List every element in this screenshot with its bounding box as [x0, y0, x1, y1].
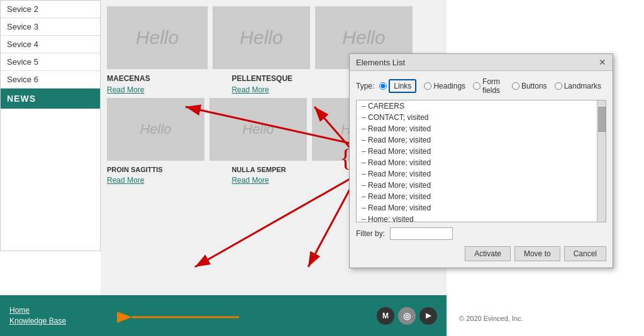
section-title-nulla: NULLA SEMPER: [231, 166, 351, 173]
filter-label: Filter by:: [356, 229, 385, 238]
hero-image-2: Hello: [213, 6, 310, 69]
sidebar-item-sevice4[interactable]: Sevice 4: [1, 36, 100, 53]
type-radio-form-fields[interactable]: [473, 82, 480, 90]
type-option-headings[interactable]: Headings: [424, 82, 465, 90]
sidebar-item-sevice3[interactable]: Sevice 3: [1, 18, 100, 36]
dialog-buttons: Activate Move to Cancel: [356, 246, 606, 261]
cancel-button[interactable]: Cancel: [564, 246, 606, 261]
type-selector-row: Type: Links Headings Form fields Buttons…: [356, 77, 606, 95]
read-more-maecenas[interactable]: Read More: [107, 85, 144, 94]
filter-input[interactable]: [390, 227, 453, 240]
list-item-rm8[interactable]: Read More; visited: [357, 202, 606, 214]
dialog-body: Type: Links Headings Form fields Buttons…: [350, 71, 613, 268]
type-radio-headings[interactable]: [424, 82, 431, 90]
globe-icon[interactable]: ◎: [398, 307, 416, 325]
scrollbar-thumb[interactable]: [598, 107, 606, 132]
sidebar-news-label: NEWS: [1, 89, 100, 109]
type-option-buttons[interactable]: Buttons: [512, 82, 547, 90]
type-label: Type:: [356, 82, 374, 90]
read-more-pellentesque[interactable]: Read More: [231, 85, 269, 94]
medium-icon[interactable]: M: [377, 307, 394, 325]
list-item-rm5[interactable]: Read More; visited: [357, 168, 606, 180]
dialog-title: Elements List: [356, 58, 405, 67]
type-buttons-label: Buttons: [521, 82, 547, 90]
section-title-pellentesque: PELLENTESQUE: [231, 74, 351, 83]
filter-row: Filter by:: [356, 227, 606, 240]
footer: Home Knowledge Base M ◎ ▶: [0, 295, 447, 336]
type-option-landmarks[interactable]: Landmarks: [555, 82, 601, 90]
type-form-fields-label: Form fields: [482, 77, 504, 95]
type-links-label: Links: [389, 79, 416, 93]
list-item-rm2[interactable]: Read More; visited: [357, 134, 606, 146]
dialog-close-button[interactable]: ✕: [599, 57, 606, 67]
sidebar-item-sevice2[interactable]: Sevice 2: [1, 1, 100, 18]
type-landmarks-label: Landmarks: [564, 82, 601, 90]
news-image-1: Hello: [107, 98, 204, 161]
sidebar-item-sevice6[interactable]: Sevice 6: [1, 71, 100, 89]
youtube-icon[interactable]: ▶: [419, 307, 437, 325]
list-item-rm7[interactable]: Read More; visited: [357, 191, 606, 202]
elements-list[interactable]: CAREERS CONTACT; visited Read More; visi…: [356, 100, 606, 222]
list-scrollbar[interactable]: [597, 100, 606, 222]
sidebar-item-sevice5[interactable]: Sevice 5: [1, 53, 100, 71]
list-item-rm6[interactable]: Read More; visited: [357, 180, 606, 191]
content-block-proin: PROIN SAGITTIS Read More: [107, 166, 226, 185]
dialog-titlebar: Elements List ✕: [350, 54, 613, 71]
footer-links: Home Knowledge Base: [9, 306, 66, 325]
content-block-nulla: NULLA SEMPER Read More: [231, 166, 351, 185]
section-title-maecenas: MAECENAS: [107, 74, 226, 83]
footer-link-home[interactable]: Home: [9, 306, 66, 315]
footer-link-knowledge-base[interactable]: Knowledge Base: [9, 317, 66, 325]
list-item-contact[interactable]: CONTACT; visited: [357, 112, 606, 123]
activate-button[interactable]: Activate: [465, 246, 511, 261]
elements-list-dialog: Elements List ✕ Type: Links Headings For…: [349, 53, 613, 268]
hero-image-1: Hello: [107, 6, 208, 69]
content-block-pellentesque: PELLENTESQUE Read More: [231, 74, 351, 94]
copyright: © 2020 Evinced, Inc.: [459, 315, 523, 322]
content-block-maecenas: MAECENAS Read More: [107, 74, 226, 94]
list-item-rm1[interactable]: Read More; visited: [357, 123, 606, 134]
news-image-2: Hello: [209, 98, 307, 161]
list-item-careers[interactable]: CAREERS: [357, 100, 606, 112]
list-item-home[interactable]: Home; visited: [357, 214, 606, 222]
type-radio-buttons[interactable]: [512, 82, 519, 90]
move-to-button[interactable]: Move to: [514, 246, 560, 261]
list-item-rm4[interactable]: Read More; visited: [357, 157, 606, 168]
sidebar: Sevice 2 Sevice 3 Sevice 4 Sevice 5 Sevi…: [0, 0, 101, 251]
footer-icons: M ◎ ▶: [377, 307, 437, 325]
list-item-rm3[interactable]: Read More; visited: [357, 146, 606, 157]
read-more-proin[interactable]: Read More: [107, 176, 144, 185]
type-option-form-fields[interactable]: Form fields: [473, 77, 504, 95]
read-more-nulla[interactable]: Read More: [231, 176, 269, 185]
type-option-links[interactable]: Links: [379, 79, 416, 93]
type-headings-label: Headings: [433, 82, 465, 90]
type-radio-links[interactable]: [379, 82, 387, 90]
type-radio-landmarks[interactable]: [555, 82, 562, 90]
section-title-proin: PROIN SAGITTIS: [107, 166, 226, 173]
